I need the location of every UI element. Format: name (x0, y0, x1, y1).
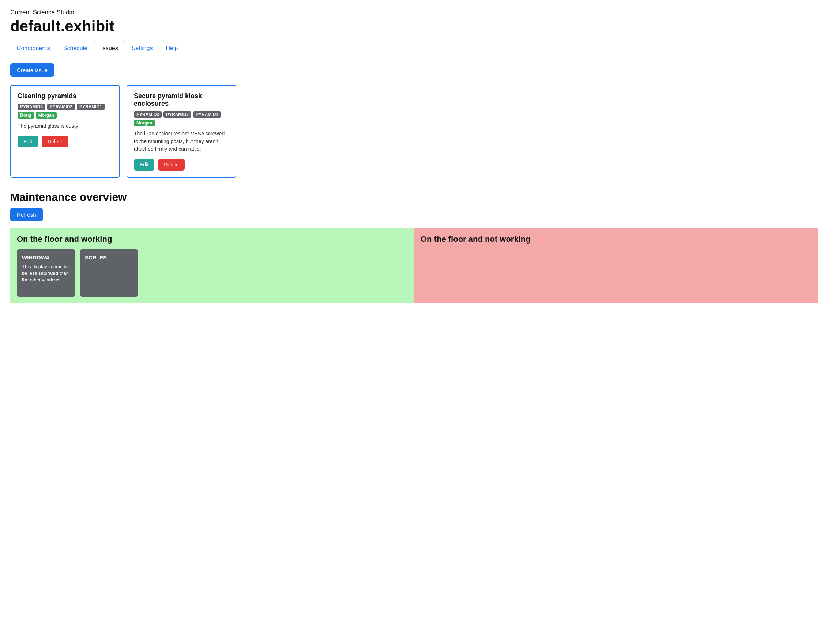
component-card-scres: SCR_ES (80, 249, 138, 297)
tab-issues[interactable]: Issues (94, 41, 125, 56)
maintenance-section: Maintenance overview Refresh On the floo… (10, 191, 818, 303)
tag-pyramid1-2: PYRAMID1 (193, 111, 221, 118)
tag-pyramid1-1: PYRAMID1 (77, 104, 105, 110)
tabs-bar: Components Schedule Issues Settings Help (10, 41, 818, 56)
create-issue-button[interactable]: Create issue (10, 63, 54, 77)
edit-button-2[interactable]: Edit (134, 159, 154, 171)
component-desc-window4: This display seems to be less saturated … (22, 264, 70, 284)
working-component-cards: WINDOW4 This display seems to be less sa… (17, 249, 408, 297)
tab-settings[interactable]: Settings (125, 41, 160, 56)
delete-button-2[interactable]: Delete (158, 159, 184, 171)
issue-actions-1: Edit Delete (17, 136, 113, 148)
not-working-column: On the floor and not working (414, 228, 818, 303)
studio-name: Current Science Studio (10, 9, 818, 16)
tab-help[interactable]: Help (160, 41, 185, 56)
tag-morgan-1: Morgan (36, 112, 57, 119)
component-card-window4: WINDOW4 This display seems to be less sa… (17, 249, 75, 297)
issue-actions-2: Edit Delete (134, 159, 229, 171)
issue-description-2: The iPad enclosures are VESA screwed to … (134, 130, 229, 153)
tag-pyramid2-2: PYRAMID2 (163, 111, 191, 118)
tab-components[interactable]: Components (10, 41, 57, 56)
issue-tags-2: PYRAMID3 PYRAMID2 PYRAMID1 Morgan (134, 111, 229, 126)
exhibit-title: default.exhibit (10, 17, 818, 35)
component-name-window4: WINDOW4 (22, 254, 70, 261)
issue-title-1: Cleaning pyramids (17, 92, 113, 100)
issue-card-1: Cleaning pyramids PYRAMID3 PYRAMID2 PYRA… (10, 85, 120, 178)
delete-button-1[interactable]: Delete (42, 136, 68, 148)
tab-schedule[interactable]: Schedule (57, 41, 94, 56)
issue-title-2: Secure pyramid kiosk enclosures (134, 92, 229, 108)
not-working-column-title: On the floor and not working (420, 234, 811, 244)
issue-description-1: The pyramid glass is dusty (17, 122, 113, 130)
refresh-button[interactable]: Refresh (10, 208, 43, 221)
tag-pyramid2-1: PYRAMID2 (47, 104, 75, 110)
tag-morgan-2: Morgan (134, 119, 155, 126)
maintenance-title: Maintenance overview (10, 191, 818, 203)
issue-tags-1: PYRAMID3 PYRAMID2 PYRAMID1 Doug Morgan (17, 104, 113, 119)
tag-pyramid3-1: PYRAMID3 (17, 104, 45, 110)
component-name-scres: SCR_ES (85, 254, 133, 261)
issue-card-2: Secure pyramid kiosk enclosures PYRAMID3… (127, 85, 236, 178)
maintenance-grid: On the floor and working WINDOW4 This di… (10, 228, 818, 303)
edit-button-1[interactable]: Edit (17, 136, 38, 148)
working-column-title: On the floor and working (17, 234, 408, 244)
working-column: On the floor and working WINDOW4 This di… (10, 228, 414, 303)
tag-pyramid3-2: PYRAMID3 (134, 111, 162, 118)
tag-doug-1: Doug (17, 112, 34, 119)
issues-grid: Cleaning pyramids PYRAMID3 PYRAMID2 PYRA… (10, 85, 818, 178)
